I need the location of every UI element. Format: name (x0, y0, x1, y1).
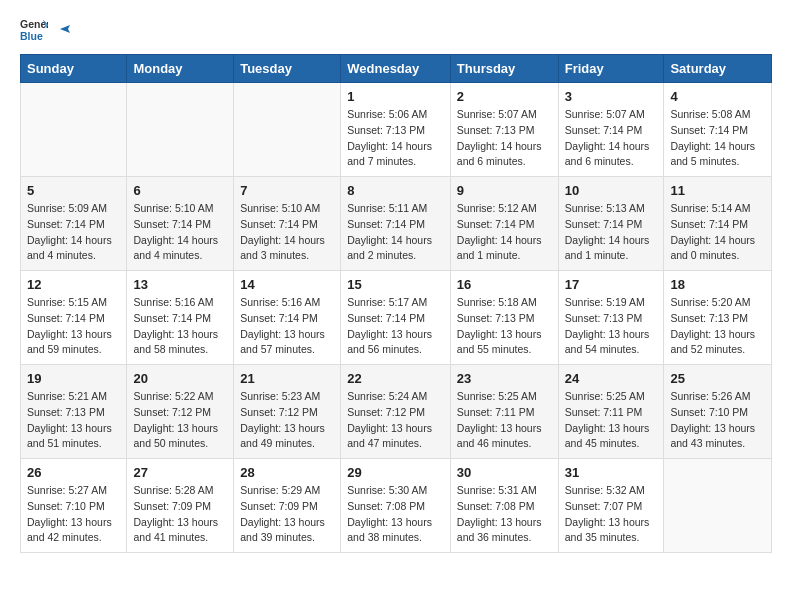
logo-icon: General Blue (20, 16, 48, 44)
day-info: Sunrise: 5:28 AM Sunset: 7:09 PM Dayligh… (133, 483, 227, 546)
header-cell-friday: Friday (558, 55, 664, 83)
calendar-cell: 30Sunrise: 5:31 AM Sunset: 7:08 PM Dayli… (450, 459, 558, 553)
day-number: 29 (347, 465, 444, 480)
calendar-cell (127, 83, 234, 177)
day-info: Sunrise: 5:20 AM Sunset: 7:13 PM Dayligh… (670, 295, 765, 358)
header-cell-saturday: Saturday (664, 55, 772, 83)
calendar-cell: 20Sunrise: 5:22 AM Sunset: 7:12 PM Dayli… (127, 365, 234, 459)
day-info: Sunrise: 5:23 AM Sunset: 7:12 PM Dayligh… (240, 389, 334, 452)
day-number: 30 (457, 465, 552, 480)
day-info: Sunrise: 5:17 AM Sunset: 7:14 PM Dayligh… (347, 295, 444, 358)
day-number: 9 (457, 183, 552, 198)
calendar-cell: 26Sunrise: 5:27 AM Sunset: 7:10 PM Dayli… (21, 459, 127, 553)
svg-marker-4 (60, 25, 70, 33)
day-info: Sunrise: 5:26 AM Sunset: 7:10 PM Dayligh… (670, 389, 765, 452)
calendar-cell: 13Sunrise: 5:16 AM Sunset: 7:14 PM Dayli… (127, 271, 234, 365)
day-number: 11 (670, 183, 765, 198)
calendar-cell: 5Sunrise: 5:09 AM Sunset: 7:14 PM Daylig… (21, 177, 127, 271)
day-info: Sunrise: 5:15 AM Sunset: 7:14 PM Dayligh… (27, 295, 120, 358)
day-info: Sunrise: 5:19 AM Sunset: 7:13 PM Dayligh… (565, 295, 658, 358)
day-number: 1 (347, 89, 444, 104)
calendar-cell: 27Sunrise: 5:28 AM Sunset: 7:09 PM Dayli… (127, 459, 234, 553)
day-info: Sunrise: 5:16 AM Sunset: 7:14 PM Dayligh… (133, 295, 227, 358)
day-info: Sunrise: 5:07 AM Sunset: 7:13 PM Dayligh… (457, 107, 552, 170)
day-info: Sunrise: 5:13 AM Sunset: 7:14 PM Dayligh… (565, 201, 658, 264)
calendar-cell: 18Sunrise: 5:20 AM Sunset: 7:13 PM Dayli… (664, 271, 772, 365)
day-number: 20 (133, 371, 227, 386)
day-info: Sunrise: 5:16 AM Sunset: 7:14 PM Dayligh… (240, 295, 334, 358)
day-number: 7 (240, 183, 334, 198)
calendar-cell: 10Sunrise: 5:13 AM Sunset: 7:14 PM Dayli… (558, 177, 664, 271)
calendar-cell (234, 83, 341, 177)
day-number: 22 (347, 371, 444, 386)
calendar-week-row: 5Sunrise: 5:09 AM Sunset: 7:14 PM Daylig… (21, 177, 772, 271)
calendar-cell: 21Sunrise: 5:23 AM Sunset: 7:12 PM Dayli… (234, 365, 341, 459)
day-number: 17 (565, 277, 658, 292)
day-info: Sunrise: 5:08 AM Sunset: 7:14 PM Dayligh… (670, 107, 765, 170)
day-number: 18 (670, 277, 765, 292)
day-info: Sunrise: 5:10 AM Sunset: 7:14 PM Dayligh… (133, 201, 227, 264)
calendar-cell: 12Sunrise: 5:15 AM Sunset: 7:14 PM Dayli… (21, 271, 127, 365)
calendar-cell: 22Sunrise: 5:24 AM Sunset: 7:12 PM Dayli… (341, 365, 451, 459)
day-info: Sunrise: 5:32 AM Sunset: 7:07 PM Dayligh… (565, 483, 658, 546)
day-info: Sunrise: 5:25 AM Sunset: 7:11 PM Dayligh… (457, 389, 552, 452)
calendar-table: SundayMondayTuesdayWednesdayThursdayFrid… (20, 54, 772, 553)
day-number: 23 (457, 371, 552, 386)
logo: General Blue (20, 16, 74, 44)
day-info: Sunrise: 5:12 AM Sunset: 7:14 PM Dayligh… (457, 201, 552, 264)
day-number: 6 (133, 183, 227, 198)
calendar-week-row: 19Sunrise: 5:21 AM Sunset: 7:13 PM Dayli… (21, 365, 772, 459)
calendar-cell: 25Sunrise: 5:26 AM Sunset: 7:10 PM Dayli… (664, 365, 772, 459)
calendar-week-row: 1Sunrise: 5:06 AM Sunset: 7:13 PM Daylig… (21, 83, 772, 177)
day-number: 16 (457, 277, 552, 292)
header-cell-sunday: Sunday (21, 55, 127, 83)
calendar-cell: 16Sunrise: 5:18 AM Sunset: 7:13 PM Dayli… (450, 271, 558, 365)
calendar-cell: 8Sunrise: 5:11 AM Sunset: 7:14 PM Daylig… (341, 177, 451, 271)
day-info: Sunrise: 5:30 AM Sunset: 7:08 PM Dayligh… (347, 483, 444, 546)
day-info: Sunrise: 5:14 AM Sunset: 7:14 PM Dayligh… (670, 201, 765, 264)
day-number: 24 (565, 371, 658, 386)
day-info: Sunrise: 5:21 AM Sunset: 7:13 PM Dayligh… (27, 389, 120, 452)
day-info: Sunrise: 5:10 AM Sunset: 7:14 PM Dayligh… (240, 201, 334, 264)
day-info: Sunrise: 5:11 AM Sunset: 7:14 PM Dayligh… (347, 201, 444, 264)
day-number: 28 (240, 465, 334, 480)
day-info: Sunrise: 5:27 AM Sunset: 7:10 PM Dayligh… (27, 483, 120, 546)
day-info: Sunrise: 5:09 AM Sunset: 7:14 PM Dayligh… (27, 201, 120, 264)
calendar-cell: 15Sunrise: 5:17 AM Sunset: 7:14 PM Dayli… (341, 271, 451, 365)
day-info: Sunrise: 5:24 AM Sunset: 7:12 PM Dayligh… (347, 389, 444, 452)
header-cell-thursday: Thursday (450, 55, 558, 83)
day-info: Sunrise: 5:29 AM Sunset: 7:09 PM Dayligh… (240, 483, 334, 546)
calendar-cell: 4Sunrise: 5:08 AM Sunset: 7:14 PM Daylig… (664, 83, 772, 177)
day-info: Sunrise: 5:06 AM Sunset: 7:13 PM Dayligh… (347, 107, 444, 170)
header-cell-tuesday: Tuesday (234, 55, 341, 83)
calendar-cell: 17Sunrise: 5:19 AM Sunset: 7:13 PM Dayli… (558, 271, 664, 365)
day-info: Sunrise: 5:22 AM Sunset: 7:12 PM Dayligh… (133, 389, 227, 452)
day-number: 21 (240, 371, 334, 386)
calendar-cell: 3Sunrise: 5:07 AM Sunset: 7:14 PM Daylig… (558, 83, 664, 177)
day-number: 25 (670, 371, 765, 386)
day-number: 13 (133, 277, 227, 292)
calendar-cell: 1Sunrise: 5:06 AM Sunset: 7:13 PM Daylig… (341, 83, 451, 177)
calendar-cell: 23Sunrise: 5:25 AM Sunset: 7:11 PM Dayli… (450, 365, 558, 459)
day-number: 27 (133, 465, 227, 480)
day-number: 26 (27, 465, 120, 480)
header-cell-monday: Monday (127, 55, 234, 83)
header-cell-wednesday: Wednesday (341, 55, 451, 83)
day-info: Sunrise: 5:31 AM Sunset: 7:08 PM Dayligh… (457, 483, 552, 546)
calendar-cell: 6Sunrise: 5:10 AM Sunset: 7:14 PM Daylig… (127, 177, 234, 271)
day-number: 10 (565, 183, 658, 198)
day-number: 31 (565, 465, 658, 480)
day-number: 2 (457, 89, 552, 104)
calendar-cell: 28Sunrise: 5:29 AM Sunset: 7:09 PM Dayli… (234, 459, 341, 553)
day-number: 8 (347, 183, 444, 198)
calendar-week-row: 26Sunrise: 5:27 AM Sunset: 7:10 PM Dayli… (21, 459, 772, 553)
calendar-cell: 9Sunrise: 5:12 AM Sunset: 7:14 PM Daylig… (450, 177, 558, 271)
day-number: 19 (27, 371, 120, 386)
day-number: 5 (27, 183, 120, 198)
svg-text:General: General (20, 18, 48, 30)
calendar-cell: 11Sunrise: 5:14 AM Sunset: 7:14 PM Dayli… (664, 177, 772, 271)
day-info: Sunrise: 5:07 AM Sunset: 7:14 PM Dayligh… (565, 107, 658, 170)
day-number: 3 (565, 89, 658, 104)
calendar-cell: 2Sunrise: 5:07 AM Sunset: 7:13 PM Daylig… (450, 83, 558, 177)
calendar-cell: 29Sunrise: 5:30 AM Sunset: 7:08 PM Dayli… (341, 459, 451, 553)
